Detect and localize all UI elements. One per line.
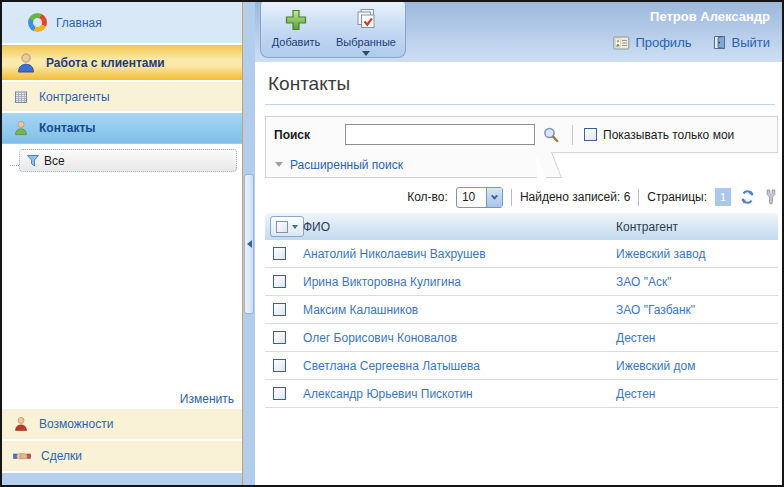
sidebar-item-clients[interactable]: Работа с клиентами <box>2 45 242 82</box>
column-header-company[interactable]: Контрагент <box>616 220 778 234</box>
profile-link[interactable]: Профиль <box>635 35 691 50</box>
search-submit-button[interactable] <box>542 126 560 144</box>
only-mine-label: Показывать только мои <box>603 128 734 142</box>
sidebar-item-label: Контакты <box>39 121 96 135</box>
header-checkbox-col <box>265 216 303 237</box>
name-cell: Светлана Сергеевна Латышева <box>303 359 616 373</box>
content: Контакты Поиск <box>255 62 782 408</box>
search-input[interactable] <box>345 124 535 145</box>
company-cell: Дестен <box>616 331 778 345</box>
count-select[interactable]: 10 <box>456 187 503 208</box>
sidebar: Главная Работа с клиентами <box>2 2 243 485</box>
add-button[interactable]: Добавить <box>261 7 331 57</box>
user-links: Профиль Выйти <box>613 35 770 50</box>
table-row: Олег Борисович Коновалов Дестен <box>265 324 778 352</box>
name-cell: Максим Калашников <box>303 303 616 317</box>
row-checkbox-col <box>265 275 303 288</box>
table-body: Анатолий Николаевич Вахрушев Ижевский за… <box>265 240 778 408</box>
contact-name-link[interactable]: Анатолий Николаевич Вахрушев <box>303 247 486 261</box>
contact-company-link[interactable]: Дестен <box>616 331 655 345</box>
controls-divider <box>511 189 512 206</box>
sidebar-item-contacts[interactable]: Контакты <box>2 113 242 143</box>
contacts-table: ФИО Контрагент Анатолий Николаевич Вахру… <box>265 213 778 408</box>
page-1-button[interactable]: 1 <box>715 188 731 206</box>
main-area: Добавить Выбранные Пе <box>255 2 782 485</box>
sidebar-bottom-strip <box>2 473 242 485</box>
sidebar-item-home[interactable]: Главная <box>2 2 242 45</box>
sidebar-item-label: Главная <box>56 16 102 30</box>
contact-company-link[interactable]: Ижевский завод <box>616 247 705 261</box>
row-checkbox[interactable] <box>273 275 286 288</box>
profile-link-wrap: Профиль <box>613 35 691 50</box>
contact-name-link[interactable]: Олег Борисович Коновалов <box>303 331 457 345</box>
search-block: Поиск Показывать только мои <box>265 116 778 178</box>
search-label: Поиск <box>274 128 345 142</box>
advanced-search-link[interactable]: Расширенный поиск <box>290 158 403 172</box>
contact-company-link[interactable]: ЗАО "Аск" <box>616 275 671 289</box>
table-row: Александр Юрьевич Пискотин Дестен <box>265 380 778 408</box>
refresh-button[interactable] <box>739 189 756 205</box>
sidebar-item-label: Возможности <box>39 417 113 431</box>
row-checkbox-col <box>265 331 303 344</box>
logout-link[interactable]: Выйти <box>732 35 771 50</box>
selected-button[interactable]: Выбранные <box>331 7 401 57</box>
edit-link[interactable]: Изменить <box>180 392 234 406</box>
sidebar-item-deals[interactable]: Сделки <box>2 441 242 473</box>
logout-link-wrap: Выйти <box>712 35 771 50</box>
contact-name-link[interactable]: Ирина Викторовна Кулигина <box>303 275 461 289</box>
header-band: Добавить Выбранные Пе <box>255 2 782 62</box>
company-cell: Ижевский дом <box>616 359 778 373</box>
row-checkbox-col <box>265 247 303 260</box>
row-checkbox[interactable] <box>273 247 286 260</box>
select-all-checkbox[interactable] <box>276 221 288 233</box>
contact-company-link[interactable]: Дестен <box>616 387 655 401</box>
selected-button-label: Выбранные <box>336 36 396 48</box>
sidebar-item-counterparties[interactable]: Контрагенты <box>2 82 242 113</box>
only-mine-checkbox[interactable] <box>584 128 597 141</box>
splitter-handle[interactable] <box>244 174 254 314</box>
company-cell: ЗАО "Аск" <box>616 275 778 289</box>
select-all-dropdown[interactable] <box>270 216 304 237</box>
sidebar-item-label: Контрагенты <box>39 90 110 104</box>
add-plus-icon <box>283 7 309 33</box>
contact-name-link[interactable]: Светлана Сергеевна Латышева <box>303 359 480 373</box>
row-checkbox[interactable] <box>273 331 286 344</box>
search-divider <box>572 125 573 145</box>
sidebar-splitter[interactable] <box>243 2 255 485</box>
user-name: Петров Александр <box>650 9 770 24</box>
row-checkbox[interactable] <box>273 359 286 372</box>
tree-root: Все <box>6 149 237 172</box>
chevron-down-icon <box>292 225 298 229</box>
company-cell: Ижевский завод <box>616 247 778 261</box>
row-checkbox[interactable] <box>273 387 286 400</box>
wrench-icon <box>764 189 778 205</box>
tree-item-label: Все <box>44 154 65 168</box>
column-header-name[interactable]: ФИО <box>303 220 616 234</box>
advanced-search-tab[interactable]: Расширенный поиск <box>265 152 537 178</box>
row-checkbox[interactable] <box>273 303 286 316</box>
name-cell: Александр Юрьевич Пискотин <box>303 387 616 401</box>
settings-wrench-button[interactable] <box>764 189 778 205</box>
table-row: Ирина Викторовна Кулигина ЗАО "Аск" <box>265 268 778 296</box>
sidebar-item-label: Сделки <box>41 449 82 463</box>
name-cell: Анатолий Николаевич Вахрушев <box>303 247 616 261</box>
advanced-chevron-icon <box>275 162 283 167</box>
person-blue-icon <box>15 52 37 74</box>
building-icon <box>13 89 29 105</box>
tree-item-all[interactable]: Все <box>19 149 237 172</box>
contact-name-link[interactable]: Максим Калашников <box>303 303 418 317</box>
contact-name-link[interactable]: Александр Юрьевич Пискотин <box>303 387 473 401</box>
table-row: Анатолий Николаевич Вахрушев Ижевский за… <box>265 240 778 268</box>
logout-door-icon <box>712 35 727 50</box>
add-button-label: Добавить <box>272 36 321 48</box>
chevron-down-icon <box>491 192 498 199</box>
tree-connector-line <box>10 165 19 166</box>
sidebar-item-opportunities[interactable]: Возможности <box>2 409 242 441</box>
contact-company-link[interactable]: Ижевский дом <box>616 359 695 373</box>
count-dropdown-button[interactable] <box>486 188 502 207</box>
pages-label: Страницы: <box>647 190 707 204</box>
contact-company-link[interactable]: ЗАО "Газбанк" <box>616 303 695 317</box>
company-cell: ЗАО "Газбанк" <box>616 303 778 317</box>
table-row: Светлана Сергеевна Латышева Ижевский дом <box>265 352 778 380</box>
contacts-tree-panel: Все Изменить <box>2 143 242 409</box>
